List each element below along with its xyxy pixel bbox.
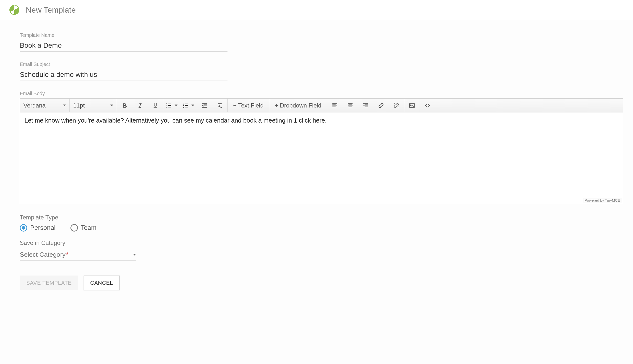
email-body-textarea[interactable]: Let me know when you're available? Alter… — [20, 112, 623, 204]
font-family-select[interactable]: Verdana — [20, 98, 70, 112]
radio-icon — [20, 224, 27, 232]
remove-link-button[interactable] — [389, 98, 404, 112]
align-center-button[interactable] — [342, 98, 358, 112]
svg-point-1 — [410, 104, 411, 105]
radio-icon — [71, 224, 78, 232]
template-type-label: Template Type — [20, 214, 623, 221]
radio-team-label: Team — [81, 224, 97, 232]
email-subject-field: Email Subject — [20, 62, 623, 81]
save-template-button[interactable]: SAVE TEMPLATE — [20, 276, 78, 290]
radio-personal[interactable]: Personal — [20, 224, 56, 232]
rich-text-editor: Verdana 11pt — [20, 98, 623, 204]
page-header: New Template — [0, 0, 633, 20]
form-content: Template Name Email Subject Email Body V… — [0, 20, 633, 300]
underline-button[interactable] — [148, 98, 163, 112]
email-subject-input[interactable] — [20, 69, 228, 81]
chevron-down-icon — [63, 104, 66, 106]
add-dropdown-field-button[interactable]: + Dropdown Field — [269, 98, 327, 112]
editor-toolbar: Verdana 11pt — [20, 98, 623, 112]
radio-personal-label: Personal — [30, 224, 56, 232]
italic-button[interactable] — [132, 98, 148, 112]
category-placeholder: Select Category* — [20, 251, 69, 258]
category-select[interactable]: Select Category* — [20, 249, 136, 261]
form-actions: SAVE TEMPLATE CANCEL — [20, 276, 623, 290]
chevron-down-icon — [110, 104, 113, 106]
template-type-section: Template Type Personal Team Save in Cate… — [20, 214, 623, 261]
add-text-field-button[interactable]: + Text Field — [228, 98, 269, 112]
email-body-label: Email Body — [20, 91, 623, 96]
category-label: Save in Category — [20, 240, 623, 246]
font-size-value: 11pt — [73, 102, 85, 109]
email-body-field: Email Body Verdana 11pt — [20, 91, 623, 204]
insert-image-button[interactable] — [404, 98, 420, 112]
template-name-input[interactable] — [20, 40, 228, 52]
chevron-down-icon — [133, 254, 136, 256]
bold-button[interactable] — [117, 98, 132, 112]
cancel-button[interactable]: CANCEL — [84, 276, 120, 290]
insert-link-button[interactable] — [373, 98, 389, 112]
chevron-down-icon — [175, 104, 178, 106]
numbered-list-button[interactable] — [163, 98, 180, 112]
align-right-button[interactable] — [358, 98, 373, 112]
bullet-list-button[interactable] — [180, 98, 197, 112]
template-name-label: Template Name — [20, 32, 623, 38]
powered-by-label: Powered by TinyMCE — [583, 198, 622, 203]
template-name-field: Template Name — [20, 32, 623, 52]
source-code-button[interactable] — [420, 98, 435, 112]
align-left-button[interactable] — [327, 98, 342, 112]
clear-formatting-button[interactable] — [212, 98, 228, 112]
chevron-down-icon — [191, 104, 194, 106]
page-title: New Template — [26, 6, 76, 14]
app-logo — [9, 4, 20, 15]
font-family-value: Verdana — [24, 102, 46, 109]
outdent-button[interactable] — [197, 98, 212, 112]
font-size-select[interactable]: 11pt — [70, 98, 117, 112]
email-subject-label: Email Subject — [20, 62, 623, 67]
radio-team[interactable]: Team — [71, 224, 97, 232]
template-type-radio-group: Personal Team — [20, 224, 623, 232]
